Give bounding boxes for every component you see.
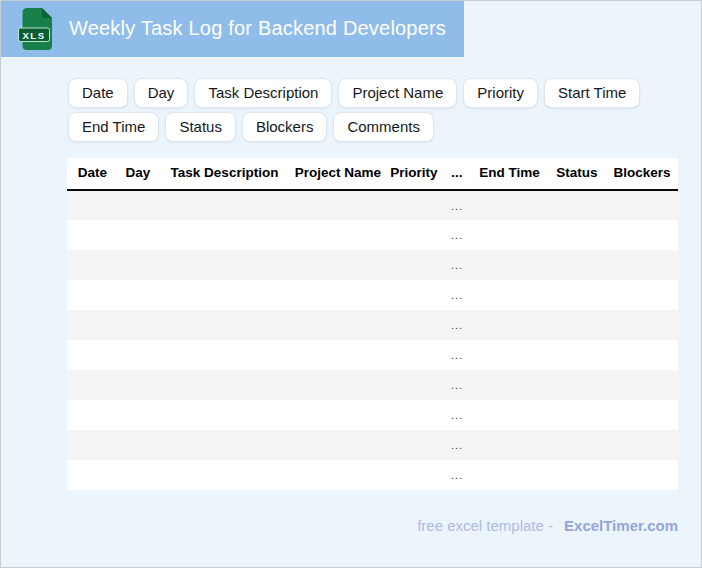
empty-cell (158, 250, 291, 280)
collapsed-columns-cell: ... (443, 250, 471, 280)
empty-cell (158, 340, 291, 370)
field-chip-comments[interactable]: Comments (333, 112, 434, 142)
column-header-day: Day (118, 158, 158, 190)
table-row: ... (67, 220, 678, 250)
empty-cell (118, 280, 158, 310)
empty-cell (548, 310, 606, 340)
empty-cell (548, 280, 606, 310)
empty-cell (67, 190, 118, 220)
table-row: ... (67, 400, 678, 430)
field-chip-status[interactable]: Status (165, 112, 236, 142)
column-header-blockers: Blockers (606, 158, 678, 190)
field-chip-start-time[interactable]: Start Time (544, 78, 640, 108)
empty-cell (385, 370, 443, 400)
field-chip-end-time[interactable]: End Time (68, 112, 159, 142)
empty-cell (67, 280, 118, 310)
empty-cell (471, 430, 548, 460)
page-title: Weekly Task Log for Backend Developers (69, 17, 446, 40)
footer: free excel template -ExcelTimer.com (417, 517, 678, 534)
empty-cell (548, 370, 606, 400)
collapsed-columns-cell: ... (443, 460, 471, 490)
footer-text: free excel template - (417, 517, 553, 534)
table-row: ... (67, 460, 678, 490)
empty-cell (606, 280, 678, 310)
empty-cell (158, 430, 291, 460)
field-chip-task-description[interactable]: Task Description (194, 78, 332, 108)
footer-brand-link[interactable]: ExcelTimer.com (564, 517, 678, 534)
collapsed-columns-cell: ... (443, 340, 471, 370)
empty-cell (606, 220, 678, 250)
empty-cell (385, 460, 443, 490)
empty-cell (385, 400, 443, 430)
empty-cell (118, 340, 158, 370)
empty-cell (606, 430, 678, 460)
column-header-status: Status (548, 158, 606, 190)
collapsed-columns-cell: ... (443, 310, 471, 340)
empty-cell (385, 280, 443, 310)
empty-cell (158, 370, 291, 400)
empty-cell (606, 370, 678, 400)
empty-cell (471, 400, 548, 430)
column-header-priority: Priority (385, 158, 443, 190)
collapsed-columns-cell: ... (443, 400, 471, 430)
empty-cell (158, 460, 291, 490)
empty-cell (118, 220, 158, 250)
empty-cell (118, 190, 158, 220)
empty-cell (67, 460, 118, 490)
field-chip-date[interactable]: Date (68, 78, 128, 108)
table-row: ... (67, 190, 678, 220)
xls-badge-text: XLS (23, 29, 46, 40)
empty-cell (67, 220, 118, 250)
collapsed-columns-cell: ... (443, 190, 471, 220)
empty-cell (67, 370, 118, 400)
column-header-date: Date (67, 158, 118, 190)
empty-cell (158, 220, 291, 250)
empty-cell (385, 340, 443, 370)
collapsed-columns-cell: ... (443, 220, 471, 250)
empty-cell (471, 280, 548, 310)
xls-file-icon: XLS (17, 7, 55, 51)
empty-cell (67, 340, 118, 370)
empty-cell (67, 250, 118, 280)
column-header-project-name: Project Name (291, 158, 385, 190)
empty-cell (606, 190, 678, 220)
empty-cell (118, 460, 158, 490)
empty-cell (606, 460, 678, 490)
empty-cell (118, 400, 158, 430)
empty-cell (606, 310, 678, 340)
app-header: XLS Weekly Task Log for Backend Develope… (0, 0, 464, 57)
empty-cell (118, 430, 158, 460)
table-row: ... (67, 280, 678, 310)
table-body: .............................. (67, 190, 678, 490)
empty-cell (385, 310, 443, 340)
field-chip-day[interactable]: Day (134, 78, 189, 108)
empty-cell (67, 310, 118, 340)
empty-cell (291, 370, 385, 400)
table-row: ... (67, 340, 678, 370)
empty-cell (291, 400, 385, 430)
empty-cell (471, 190, 548, 220)
empty-cell (471, 340, 548, 370)
field-chip-priority[interactable]: Priority (463, 78, 538, 108)
empty-cell (158, 400, 291, 430)
empty-cell (118, 310, 158, 340)
empty-cell (291, 250, 385, 280)
empty-cell (548, 250, 606, 280)
table-row: ... (67, 250, 678, 280)
empty-cell (291, 460, 385, 490)
empty-cell (291, 430, 385, 460)
empty-cell (158, 190, 291, 220)
field-chip-blockers[interactable]: Blockers (242, 112, 328, 142)
empty-cell (118, 370, 158, 400)
column-header-end-time: End Time (471, 158, 548, 190)
empty-cell (548, 190, 606, 220)
table-header-row: DateDayTask DescriptionProject NamePrior… (67, 158, 678, 190)
empty-cell (291, 220, 385, 250)
empty-cell (548, 340, 606, 370)
field-chip-project-name[interactable]: Project Name (338, 78, 457, 108)
collapsed-columns-cell: ... (443, 370, 471, 400)
collapsed-columns-cell: ... (443, 280, 471, 310)
empty-cell (385, 220, 443, 250)
empty-cell (291, 310, 385, 340)
empty-cell (158, 310, 291, 340)
